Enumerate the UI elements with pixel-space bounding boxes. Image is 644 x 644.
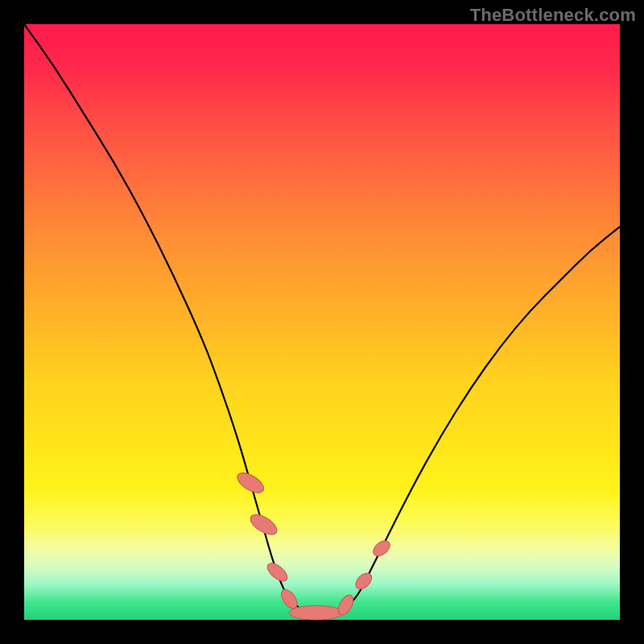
bead-3: [264, 560, 290, 584]
curve-svg: [24, 24, 620, 620]
bead-1: [234, 469, 267, 497]
bottleneck-curve: [24, 24, 620, 614]
bead-2: [247, 510, 280, 539]
bead-7: [353, 570, 374, 592]
bead-5: [289, 605, 343, 620]
bead-8: [370, 538, 393, 559]
watermark-text: TheBottleneck.com: [470, 5, 636, 26]
plot-area: [24, 24, 620, 620]
chart-frame: TheBottleneck.com: [0, 0, 644, 644]
curve-markers: [234, 469, 393, 620]
